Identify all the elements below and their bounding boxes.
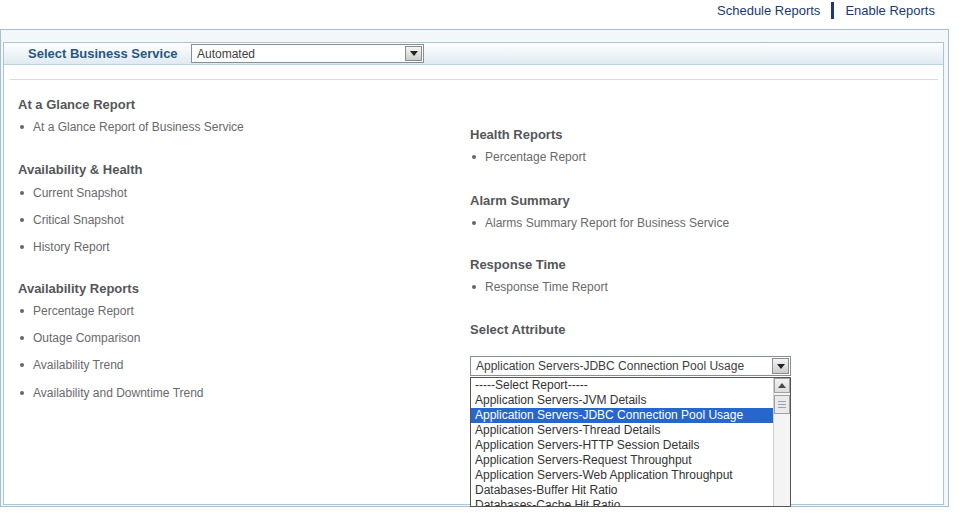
report-link-at-a-glance[interactable]: At a Glance Report of Business Service — [20, 119, 244, 134]
triangle-down-glyph — [777, 364, 785, 369]
section-title-select-attribute: Select Attribute — [470, 322, 566, 337]
schedule-reports-link[interactable]: Schedule Reports — [717, 3, 820, 18]
report-link-health-percentage[interactable]: Percentage Report — [472, 149, 586, 164]
report-link-availability-downtime-trend[interactable]: Availability and Downtime Trend — [20, 385, 204, 400]
header-content-divider — [10, 79, 938, 80]
bullet-icon — [20, 363, 24, 367]
list-option-jdbc-pool-usage-selected[interactable]: Application Servers-JDBC Connection Pool… — [471, 408, 773, 423]
bullet-icon — [472, 155, 476, 159]
section-title-health-reports: Health Reports — [470, 127, 562, 142]
bullet-icon — [20, 336, 24, 340]
attribute-select[interactable]: Application Servers-JDBC Connection Pool… — [470, 356, 791, 376]
bullet-icon — [472, 285, 476, 289]
report-link-alarms-summary[interactable]: Alarms Summary Report for Business Servi… — [472, 215, 729, 230]
report-link-label: Availability Trend — [33, 358, 124, 372]
attribute-options-list: -----Select Report----- Application Serv… — [470, 377, 791, 507]
report-link-critical-snapshot[interactable]: Critical Snapshot — [20, 212, 124, 227]
list-option-thread-details[interactable]: Application Servers-Thread Details — [471, 423, 773, 438]
report-link-label: Response Time Report — [485, 280, 608, 294]
report-link-outage-comparison[interactable]: Outage Comparison — [20, 330, 140, 345]
report-link-percentage-report[interactable]: Percentage Report — [20, 303, 134, 318]
select-business-service-label: Select Business Service — [28, 46, 178, 61]
section-title-availability-reports: Availability Reports — [18, 281, 139, 296]
list-scrollbar[interactable] — [773, 378, 790, 506]
report-link-label: At a Glance Report of Business Service — [33, 120, 244, 134]
scrollbar-thumb[interactable] — [774, 395, 790, 414]
chevron-down-icon[interactable] — [405, 46, 422, 61]
report-link-history-report[interactable]: History Report — [20, 239, 110, 254]
report-link-label: Critical Snapshot — [33, 213, 124, 227]
links-separator — [831, 2, 834, 19]
list-option-http-session-details[interactable]: Application Servers-HTTP Session Details — [471, 438, 773, 453]
triangle-up-glyph — [778, 383, 786, 388]
list-option-jvm-details[interactable]: Application Servers-JVM Details — [471, 393, 773, 408]
section-title-at-a-glance: At a Glance Report — [18, 97, 135, 112]
bullet-icon — [20, 218, 24, 222]
bullet-icon — [20, 309, 24, 313]
triangle-down-glyph — [410, 51, 418, 56]
report-link-label: Alarms Summary Report for Business Servi… — [485, 216, 729, 230]
section-title-availability-health: Availability & Health — [18, 162, 143, 177]
bullet-icon — [20, 245, 24, 249]
section-title-alarm-summary: Alarm Summary — [470, 193, 570, 208]
list-option-request-throughput[interactable]: Application Servers-Request Throughput — [471, 453, 773, 468]
reports-page: Schedule Reports Enable Reports Select B… — [0, 0, 959, 520]
report-link-label: Current Snapshot — [33, 186, 127, 200]
scroll-up-icon[interactable] — [774, 378, 790, 393]
section-title-response-time: Response Time — [470, 257, 566, 272]
list-option-cache-hit-ratio[interactable]: Databases-Cache Hit Ratio — [471, 498, 773, 506]
list-option-web-app-throughput[interactable]: Application Servers-Web Application Thro… — [471, 468, 773, 483]
top-links-bar: Schedule Reports Enable Reports — [717, 1, 935, 19]
list-option-buffer-hit-ratio[interactable]: Databases-Buffer Hit Ratio — [471, 483, 773, 498]
report-link-label: History Report — [33, 240, 110, 254]
chevron-down-icon[interactable] — [772, 358, 789, 374]
attribute-select-value: Application Servers-JDBC Connection Pool… — [476, 359, 768, 373]
report-link-current-snapshot[interactable]: Current Snapshot — [20, 185, 127, 200]
report-link-label: Availability and Downtime Trend — [33, 386, 204, 400]
bullet-icon — [472, 221, 476, 225]
attribute-options-rows: -----Select Report----- Application Serv… — [471, 378, 773, 506]
thumb-grip-icon — [778, 401, 786, 408]
bullet-icon — [20, 191, 24, 195]
report-link-availability-trend[interactable]: Availability Trend — [20, 357, 124, 372]
report-link-label: Outage Comparison — [33, 331, 140, 345]
panel-header: Select Business Service — [4, 43, 943, 65]
bullet-icon — [20, 125, 24, 129]
report-link-response-time[interactable]: Response Time Report — [472, 279, 608, 294]
report-link-label: Percentage Report — [485, 150, 586, 164]
enable-reports-link[interactable]: Enable Reports — [845, 3, 935, 18]
business-service-value: Automated — [197, 47, 401, 61]
list-option-select-report[interactable]: -----Select Report----- — [471, 378, 773, 393]
business-service-select[interactable]: Automated — [191, 44, 424, 63]
bullet-icon — [20, 391, 24, 395]
report-link-label: Percentage Report — [33, 304, 134, 318]
